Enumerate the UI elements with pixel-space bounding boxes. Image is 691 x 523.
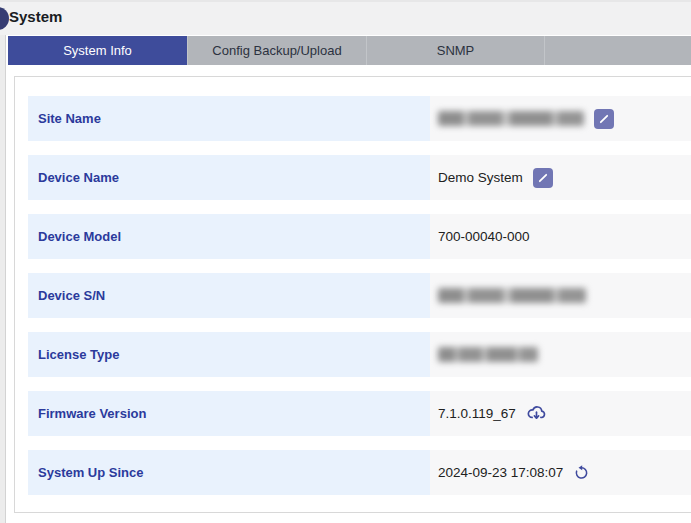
info-rows: Site NameDevice NameDemo SystemDevice Mo… <box>28 96 691 509</box>
value-text: 700-00040-000 <box>438 229 530 244</box>
tab-bar: System InfoConfig Backup/UploadSNMP <box>8 36 691 65</box>
row-value <box>430 96 691 141</box>
redacted-value <box>438 288 586 303</box>
row-value <box>430 332 691 377</box>
page-title: System <box>9 8 62 25</box>
info-row-site-name: Site Name <box>28 96 691 141</box>
cloud-download-icon[interactable] <box>526 403 547 424</box>
redacted-value <box>438 347 538 362</box>
row-label: Device Name <box>28 155 430 200</box>
row-value: 7.1.0.119_67 <box>430 391 691 436</box>
row-value: 700-00040-000 <box>430 214 691 259</box>
info-row-device-s-n: Device S/N <box>28 273 691 318</box>
value-text: Demo System <box>438 170 523 185</box>
edit-icon[interactable] <box>594 109 614 129</box>
info-row-firmware-version: Firmware Version7.1.0.119_67 <box>28 391 691 436</box>
info-row-device-name: Device NameDemo System <box>28 155 691 200</box>
row-label: System Up Since <box>28 450 430 495</box>
refresh-icon[interactable] <box>573 464 590 481</box>
system-info-panel: Site NameDevice NameDemo SystemDevice Mo… <box>14 76 691 513</box>
left-edge-divider <box>0 35 6 523</box>
row-value: 2024-09-23 17:08:07 <box>430 450 691 495</box>
info-row-license-type: License Type <box>28 332 691 377</box>
value-text: 2024-09-23 17:08:07 <box>438 465 563 480</box>
row-label: Firmware Version <box>28 391 430 436</box>
row-label: License Type <box>28 332 430 377</box>
redacted-value <box>438 111 584 126</box>
tab-snmp[interactable]: SNMP <box>366 36 545 65</box>
tab-system-info[interactable]: System Info <box>8 36 187 65</box>
tab-config-backup-upload[interactable]: Config Backup/Upload <box>187 36 366 65</box>
row-label: Device Model <box>28 214 430 259</box>
info-row-system-up-since: System Up Since2024-09-23 17:08:07 <box>28 450 691 495</box>
page-header: System <box>0 0 691 35</box>
edit-icon[interactable] <box>533 168 553 188</box>
row-value <box>430 273 691 318</box>
row-label: Site Name <box>28 96 430 141</box>
info-row-device-model: Device Model700-00040-000 <box>28 214 691 259</box>
value-text: 7.1.0.119_67 <box>438 406 516 421</box>
system-page: System System InfoConfig Backup/UploadSN… <box>0 0 691 523</box>
row-label: Device S/N <box>28 273 430 318</box>
app-logo-icon <box>0 7 9 30</box>
row-value: Demo System <box>430 155 691 200</box>
